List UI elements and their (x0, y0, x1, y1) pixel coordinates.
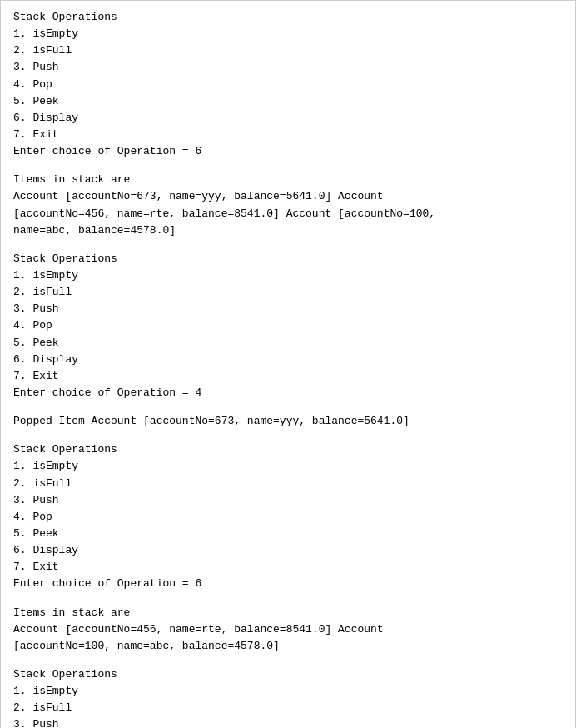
terminal-line: 5. Peek (13, 335, 563, 352)
terminal-line: 3. Push (13, 301, 563, 317)
terminal-line: 7. Exit (13, 559, 563, 576)
terminal-line: 2. isFull (13, 476, 563, 492)
terminal-block-block3: Stack Operations1. isEmpty2. isFull3. Pu… (13, 251, 563, 401)
terminal-block-block4: Popped Item Account [accountNo=673, name… (13, 413, 563, 430)
terminal-line: 3. Push (13, 716, 563, 728)
terminal-block-block7: Stack Operations1. isEmpty2. isFull3. Pu… (13, 666, 563, 728)
terminal-line: 3. Push (13, 59, 563, 76)
terminal-line: name=abc, balance=4578.0] (13, 222, 563, 239)
terminal-line: 2. isFull (13, 700, 563, 716)
terminal-line: Enter choice of Operation = 6 (13, 576, 563, 592)
terminal-line: Stack Operations (13, 441, 563, 458)
terminal-line: 5. Peek (13, 93, 563, 110)
terminal-block-block1: Stack Operations1. isEmpty2. isFull3. Pu… (13, 9, 563, 160)
terminal-line: Account [accountNo=456, name=rte, balanc… (13, 621, 563, 638)
terminal-line: Items in stack are (13, 172, 563, 188)
terminal-line: Popped Item Account [accountNo=673, name… (13, 413, 563, 430)
terminal-line: [accountNo=100, name=abc, balance=4578.0… (13, 638, 563, 655)
terminal-line: Enter choice of Operation = 4 (13, 385, 563, 401)
terminal-line: Account [accountNo=673, name=yyy, balanc… (13, 188, 563, 205)
terminal-line: 4. Pop (13, 77, 563, 93)
terminal-line: 7. Exit (13, 368, 563, 385)
terminal-line: 6. Display (13, 352, 563, 368)
terminal-line: [accountNo=456, name=rte, balance=8541.0… (13, 206, 563, 222)
terminal-block-block5: Stack Operations1. isEmpty2. isFull3. Pu… (13, 441, 563, 592)
terminal-line: Stack Operations (13, 251, 563, 267)
terminal-line: 2. isFull (13, 42, 563, 59)
terminal-block-block2: Items in stack areAccount [accountNo=673… (13, 172, 563, 239)
terminal-line: 1. isEmpty (13, 26, 563, 42)
terminal-line: 7. Exit (13, 127, 563, 143)
terminal-line: 1. isEmpty (13, 458, 563, 475)
terminal-line: 6. Display (13, 542, 563, 559)
terminal-line: 1. isEmpty (13, 267, 563, 284)
terminal-line: Stack Operations (13, 9, 563, 26)
terminal-line: 3. Push (13, 492, 563, 509)
terminal-line: 2. isFull (13, 284, 563, 301)
terminal-line: Stack Operations (13, 666, 563, 683)
terminal-line: Enter choice of Operation = 6 (13, 143, 563, 160)
terminal-line: Items in stack are (13, 605, 563, 621)
terminal-line: 4. Pop (13, 509, 563, 526)
terminal-line: 6. Display (13, 110, 563, 127)
terminal-line: 5. Peek (13, 526, 563, 542)
terminal-line: 1. isEmpty (13, 683, 563, 700)
terminal-line: 4. Pop (13, 317, 563, 334)
terminal-output: Stack Operations1. isEmpty2. isFull3. Pu… (0, 0, 576, 728)
terminal-block-block6: Items in stack areAccount [accountNo=456… (13, 605, 563, 655)
